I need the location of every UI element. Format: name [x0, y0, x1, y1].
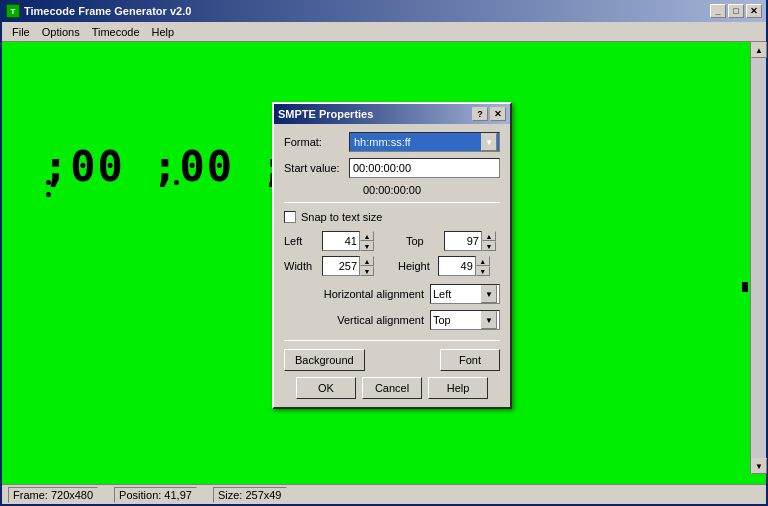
modal-overlay: SMPTE Properties ? ✕ Format: hh:mm:ss:ff — [2, 42, 766, 504]
left-spinbox: ▲ ▼ — [322, 231, 374, 251]
vert-align-label: Vertical alignment — [284, 314, 424, 326]
window-controls: _ □ ✕ — [710, 4, 762, 18]
menu-file[interactable]: File — [6, 24, 36, 40]
dialog-close-button[interactable]: ✕ — [490, 107, 506, 121]
ok-cancel-row: OK Cancel Help — [284, 377, 500, 399]
width-spin-buttons: ▲ ▼ — [360, 256, 374, 276]
format-row: Format: hh:mm:ss:ff ▼ — [284, 132, 500, 152]
snap-label: Snap to text size — [301, 211, 382, 223]
dialog-title-text: SMPTE Properties — [278, 108, 472, 120]
title-bar: T Timecode Frame Generator v2.0 _ □ ✕ — [2, 0, 766, 22]
maximize-button[interactable]: □ — [728, 4, 744, 18]
vert-align-arrow[interactable]: ▼ — [481, 311, 497, 329]
top-input[interactable] — [444, 231, 482, 251]
top-spin-down[interactable]: ▼ — [482, 241, 496, 251]
left-spin-down[interactable]: ▼ — [360, 241, 374, 251]
width-spinbox: ▲ ▼ — [322, 256, 374, 276]
height-spin-up[interactable]: ▲ — [476, 256, 490, 266]
status-size: Size: 257x49 — [213, 487, 287, 503]
left-input[interactable] — [322, 231, 360, 251]
minimize-button[interactable]: _ — [710, 4, 726, 18]
status-position: Position: 41,97 — [114, 487, 197, 503]
horiz-align-value: Left — [433, 288, 481, 300]
top-spin-up[interactable]: ▲ — [482, 231, 496, 241]
action-buttons-row: Background Font — [284, 349, 500, 371]
height-spin-down[interactable]: ▼ — [476, 266, 490, 276]
horiz-align-row: Horizontal alignment Left ▼ — [284, 284, 500, 304]
status-frame: Frame: 720x480 — [8, 487, 98, 503]
left-top-row: Left ▲ ▼ Top — [284, 231, 500, 251]
vert-align-select[interactable]: Top ▼ — [430, 310, 500, 330]
help-button[interactable]: Help — [428, 377, 488, 399]
width-height-row: Width ▲ ▼ Height — [284, 256, 500, 276]
start-value-row: Start value: — [284, 158, 500, 178]
format-combo[interactable]: hh:mm:ss:ff ▼ — [349, 132, 500, 152]
font-button[interactable]: Font — [440, 349, 500, 371]
scroll-down-button[interactable]: ▼ — [751, 458, 767, 474]
background-button[interactable]: Background — [284, 349, 365, 371]
start-value-label: Start value: — [284, 162, 349, 174]
left-label: Left — [284, 235, 314, 247]
ok-button[interactable]: OK — [296, 377, 356, 399]
close-button[interactable]: ✕ — [746, 4, 762, 18]
top-spin-buttons: ▲ ▼ — [482, 231, 496, 251]
menu-bar: File Options Timecode Help — [2, 22, 766, 42]
horiz-align-arrow[interactable]: ▼ — [481, 285, 497, 303]
dialog-body: Format: hh:mm:ss:ff ▼ Start value: — [274, 124, 510, 407]
divider-1 — [284, 202, 500, 203]
app-window: T Timecode Frame Generator v2.0 _ □ ✕ Fi… — [0, 0, 768, 506]
height-input[interactable] — [438, 256, 476, 276]
format-label: Format: — [284, 136, 349, 148]
height-spin-buttons: ▲ ▼ — [476, 256, 490, 276]
snap-checkbox[interactable] — [284, 211, 296, 223]
app-icon: T — [6, 4, 20, 18]
dialog-help-button[interactable]: ? — [472, 107, 488, 121]
vertical-scrollbar[interactable]: ▲ ▼ — [750, 42, 766, 474]
preview-area: ;00 ;00 ;00 ;00 SMPTE Properties ? ✕ — [2, 42, 766, 504]
width-spin-down[interactable]: ▼ — [360, 266, 374, 276]
top-spinbox: ▲ ▼ — [444, 231, 496, 251]
top-label: Top — [406, 235, 436, 247]
horiz-align-select[interactable]: Left ▼ — [430, 284, 500, 304]
vert-align-value: Top — [433, 314, 481, 326]
cancel-button[interactable]: Cancel — [362, 377, 422, 399]
width-spin-up[interactable]: ▲ — [360, 256, 374, 266]
scroll-track[interactable] — [751, 58, 766, 458]
format-combo-arrow[interactable]: ▼ — [481, 133, 497, 151]
height-label: Height — [398, 260, 430, 272]
menu-timecode[interactable]: Timecode — [86, 24, 146, 40]
status-bar: Frame: 720x480 Position: 41,97 Size: 257… — [2, 484, 766, 504]
snap-checkbox-row: Snap to text size — [284, 211, 500, 223]
start-value-input[interactable] — [349, 158, 500, 178]
main-content: ;00 ;00 ;00 ;00 SMPTE Properties ? ✕ — [2, 42, 766, 504]
dialog-title-bar: SMPTE Properties ? ✕ — [274, 104, 510, 124]
divider-2 — [284, 340, 500, 341]
width-input[interactable] — [322, 256, 360, 276]
width-label: Width — [284, 260, 314, 272]
scroll-up-button[interactable]: ▲ — [751, 42, 767, 58]
window-title: Timecode Frame Generator v2.0 — [24, 5, 710, 17]
smpte-properties-dialog: SMPTE Properties ? ✕ Format: hh:mm:ss:ff — [272, 102, 512, 409]
dialog-title-buttons: ? ✕ — [472, 107, 506, 121]
height-spinbox: ▲ ▼ — [438, 256, 490, 276]
current-value-display: 00:00:00:00 — [284, 184, 500, 196]
menu-help[interactable]: Help — [146, 24, 181, 40]
vert-align-row: Vertical alignment Top ▼ — [284, 310, 500, 330]
horiz-align-label: Horizontal alignment — [284, 288, 424, 300]
format-combo-value: hh:mm:ss:ff — [352, 136, 481, 148]
menu-options[interactable]: Options — [36, 24, 86, 40]
left-spin-up[interactable]: ▲ — [360, 231, 374, 241]
left-spin-buttons: ▲ ▼ — [360, 231, 374, 251]
